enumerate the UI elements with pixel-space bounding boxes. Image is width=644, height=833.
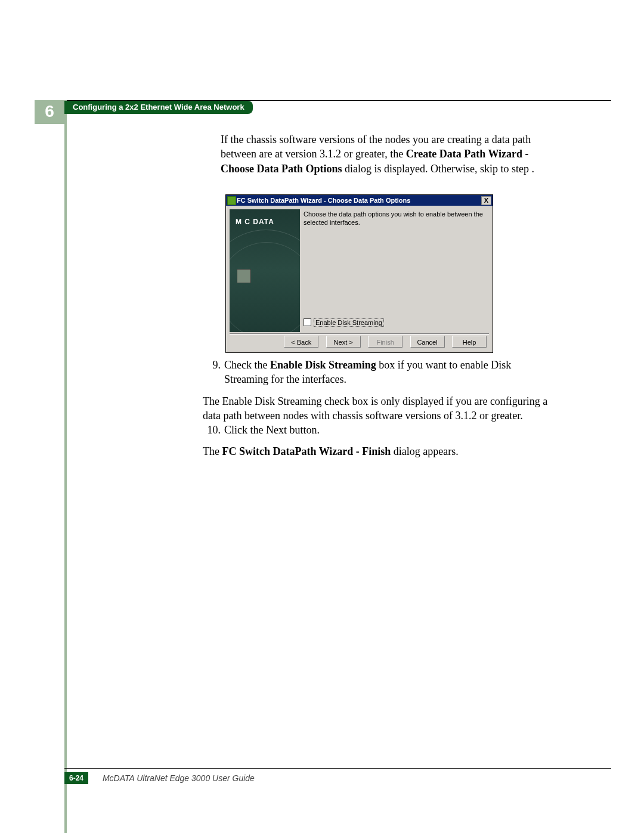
step-10-note: The FC Switch DataPath Wizard - Finish d… [203,444,552,459]
dialog-titlebar: FC Switch DataPath Wizard - Choose Data … [226,195,493,206]
chapter-tab: 6 [35,100,64,124]
next-button[interactable]: Next > [326,336,361,348]
step-text: Check the Enable Disk Streaming box if y… [224,358,552,387]
help-button[interactable]: Help [452,336,487,348]
step-number: 9. [203,358,224,387]
cancel-button[interactable]: Cancel [410,336,445,348]
step-9-note: The Enable Disk Streaming check box is o… [203,394,552,423]
footer-title: McDATA UltraNet Edge 3000 User Guide [103,773,255,783]
dialog-buttons: < Back Next > Finish Cancel Help [226,336,493,350]
intro-paragraph: If the chassis software versions of the … [221,132,552,179]
dialog-sidebar: M C DATA [230,209,300,332]
header-bar: Configuring a 2x2 Ethernet Wide Area Net… [64,101,253,114]
finish-button: Finish [368,336,402,348]
footer: 6-24 McDATA UltraNet Edge 3000 User Guid… [64,768,611,784]
checkbox-label: Enable Disk Streaming [314,318,384,327]
dialog-separator [230,333,489,335]
dialog-title: FC Switch DataPath Wizard - Choose Data … [237,197,410,204]
intro-text-2: dialog is displayed. Otherwise, skip to … [342,163,534,175]
page: 6 Configuring a 2x2 Ethernet Wide Area N… [0,0,644,833]
enable-disk-streaming-checkbox[interactable]: Enable Disk Streaming [304,318,384,326]
decorative-circles-icon [230,230,300,332]
back-button[interactable]: < Back [284,336,318,348]
wizard-dialog: FC Switch DataPath Wizard - Choose Data … [225,194,493,353]
dialog-instruction: Choose the data path options you wish to… [304,210,487,227]
dialog-body: M C DATA Choose the data path options yo… [230,209,489,332]
app-icon [227,196,236,205]
step-10: 10. Click the Next button. [203,423,552,437]
checkbox-icon[interactable] [304,318,311,326]
step-text: Click the Next button. [224,423,552,437]
page-number: 6-24 [64,772,88,784]
mcdata-logo: M C DATA [230,209,300,226]
dialog-content: Choose the data path options you wish to… [304,210,487,330]
step-number: 10. [203,423,224,437]
close-icon[interactable]: X [481,196,491,205]
left-band [64,100,67,833]
step-list: 9. Check the Enable Disk Streaming box i… [203,358,552,459]
step-9: 9. Check the Enable Disk Streaming box i… [203,358,552,387]
